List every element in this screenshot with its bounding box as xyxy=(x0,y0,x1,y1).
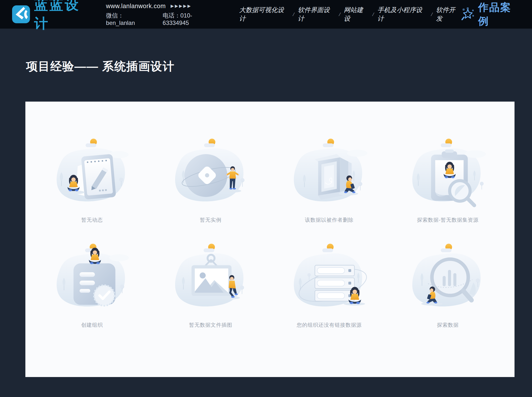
illustration-caption: 探索数据 xyxy=(437,322,459,328)
phone-label: 电话：010-63334945 xyxy=(163,12,217,26)
nav-item-website-build[interactable]: 网站建设 xyxy=(344,6,369,23)
nav-separator: / xyxy=(293,11,294,18)
gallery-item-data-deleted: 该数据以被作者删除 xyxy=(287,136,371,223)
illustration-caption: 探索数据-暂无数据集资源 xyxy=(417,217,479,223)
illustration-caption: 您的组织还没有链接数据源 xyxy=(297,322,362,328)
nav-item-bigdata-visualization[interactable]: 大数据可视化设计 xyxy=(239,6,289,23)
header-nav: 大数据可视化设计 / 软件界面设计 / 网站建设 / 手机及小程序设计 / 软件… xyxy=(239,6,461,23)
illustration-caption: 暂无实例 xyxy=(200,217,221,223)
portfolio-label: 作品案例 xyxy=(478,0,522,28)
gallery-item-no-instance: 暂无实例 xyxy=(169,136,252,223)
illustration-no-instance xyxy=(169,136,252,214)
nav-separator: / xyxy=(372,11,374,18)
illustration-explore-data xyxy=(406,241,490,319)
gallery-item-no-activity: 暂无动态 xyxy=(50,136,134,223)
illustration-no-data-file xyxy=(169,241,252,319)
wechat-label: 微信：ben_lanlan xyxy=(106,12,152,26)
portfolio-button[interactable]: 作品案例 xyxy=(461,0,522,28)
nav-item-mobile-miniapp-design[interactable]: 手机及小程序设计 xyxy=(377,6,428,23)
illustration-data-deleted xyxy=(287,136,371,214)
lanlan-logo-icon xyxy=(12,5,30,24)
gallery-item-explore-no-dataset: 探索数据-暂无数据集资源 xyxy=(406,136,490,223)
illustration-explore-no-dataset xyxy=(406,136,490,214)
magic-wand-star-icon xyxy=(461,7,475,21)
gallery-item-no-data-file: 暂无数据文件插图 xyxy=(169,241,252,328)
nav-separator: / xyxy=(431,11,432,18)
illustration-gallery-card: 暂无动态 暂无实例 xyxy=(25,102,515,377)
lanlan-logo[interactable]: 蓝蓝设计 xyxy=(12,0,94,33)
nav-item-software-ui-design[interactable]: 软件界面设计 xyxy=(298,6,335,23)
illustration-no-activity xyxy=(50,136,134,214)
logo-text: 蓝蓝设计 xyxy=(34,0,94,33)
gallery-item-explore-data: 探索数据 xyxy=(406,241,490,328)
illustration-caption: 暂无数据文件插图 xyxy=(189,322,232,328)
top-header-bar: 蓝蓝设计 www.lanlanwork.com ▶▶▶▶▶ 微信：ben_lan… xyxy=(0,0,532,29)
illustration-caption: 暂无动态 xyxy=(81,217,103,223)
nav-item-software-dev[interactable]: 软件开发 xyxy=(436,6,461,23)
illustration-caption: 该数据以被作者删除 xyxy=(305,217,354,223)
contact-block: www.lanlanwork.com ▶▶▶▶▶ 微信：ben_lanlan 电… xyxy=(106,2,217,26)
illustration-create-organization xyxy=(50,241,134,319)
website-arrows-icon: ▶▶▶▶▶ xyxy=(171,3,192,9)
nav-separator: / xyxy=(339,11,340,18)
gallery-item-no-datasource: 您的组织还没有链接数据源 xyxy=(287,241,371,328)
illustration-caption: 创建组织 xyxy=(81,322,103,328)
page-title: 项目经验—— 系统插画设计 xyxy=(26,59,175,74)
website-link[interactable]: www.lanlanwork.com xyxy=(106,2,166,10)
illustration-no-datasource xyxy=(287,241,371,319)
gallery-item-create-organization: 创建组织 xyxy=(50,241,134,328)
